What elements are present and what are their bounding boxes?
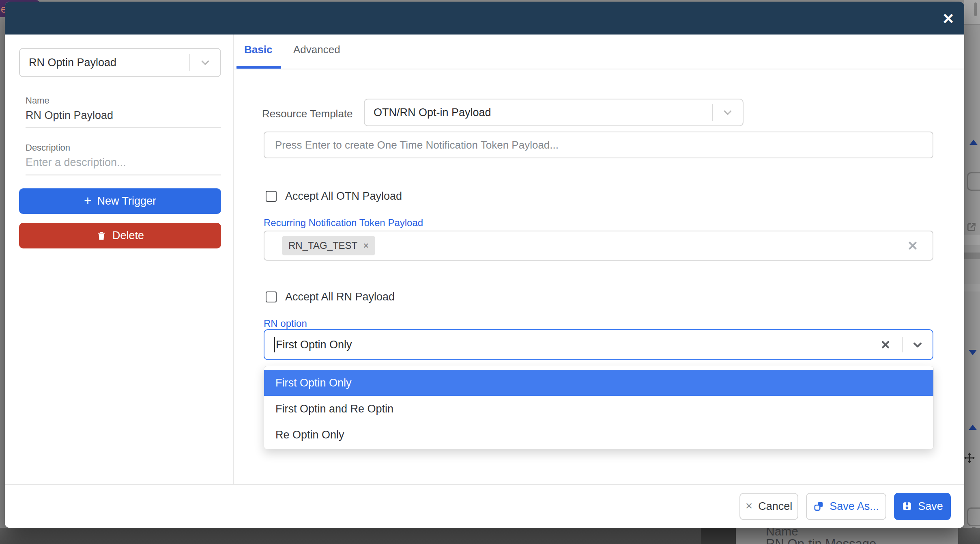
background-scrollbar — [974, 2, 977, 16]
trash-icon — [96, 231, 107, 241]
tabs-divider — [234, 69, 964, 69]
resource-template-select[interactable]: OTN/RN Opt-in Payload — [364, 99, 744, 126]
save-as-button[interactable]: Save As... — [806, 493, 886, 520]
sort-down-icon — [969, 350, 977, 355]
rn-option-dropdown: First Optin Only First Optin and Re Opti… — [264, 366, 934, 449]
name-field[interactable]: RN Optin Payload — [26, 109, 221, 128]
tag-chip: RN_TAG_TEST × — [282, 236, 375, 255]
trigger-picker-value: RN Optin Payload — [29, 56, 189, 69]
new-trigger-label: New Trigger — [97, 195, 157, 207]
background-band — [964, 253, 980, 259]
name-label: Name — [26, 95, 49, 106]
delete-label: Delete — [112, 229, 144, 242]
chip-remove-icon[interactable]: × — [363, 241, 369, 250]
modal-header: × — [5, 2, 964, 35]
tag-chip-label: RN_TAG_TEST — [288, 240, 357, 251]
tab-advanced[interactable]: Advanced — [293, 43, 340, 56]
resource-template-label: Resource Template — [262, 108, 353, 120]
main-panel: Basic Advanced Resource Template OTN/RN … — [234, 35, 964, 484]
recurring-token-label: Recurring Notification Token Payload — [264, 217, 423, 229]
cancel-label: Cancel — [758, 500, 792, 513]
save-label: Save — [918, 500, 943, 513]
accept-all-otn-checkbox[interactable] — [266, 191, 277, 202]
rn-option-label: RN option — [264, 318, 307, 329]
text-cursor — [274, 337, 275, 352]
background-band — [964, 284, 980, 291]
recurring-token-tag-field[interactable]: RN_TAG_TEST × — [264, 231, 933, 261]
description-field[interactable]: Enter a description... — [26, 156, 221, 175]
move-cursor-icon — [963, 451, 976, 464]
modal-body: RN Optin Payload Name RN Optin Payload D… — [5, 35, 964, 484]
external-link-icon — [966, 222, 977, 232]
chevron-down-icon — [190, 57, 220, 68]
sidebar: RN Optin Payload Name RN Optin Payload D… — [5, 35, 234, 484]
background-card-corner — [967, 507, 980, 526]
resource-template-value: OTN/RN Opt-in Payload — [374, 106, 712, 119]
accept-all-otn-row: Accept All OTN Payload — [266, 190, 402, 203]
plus-icon: + — [84, 193, 92, 208]
save-icon — [902, 501, 912, 512]
clear-select-icon[interactable] — [880, 339, 891, 350]
background-block — [701, 528, 736, 544]
sort-up-icon — [969, 140, 978, 145]
select-divider — [902, 337, 903, 352]
background-name-value: RN Op-tin Message — [766, 537, 876, 544]
delete-button[interactable]: Delete — [19, 223, 221, 248]
tab-basic[interactable]: Basic — [244, 43, 272, 56]
modal-footer: × Cancel Save As... Save — [5, 484, 964, 528]
trigger-picker-select[interactable]: RN Optin Payload — [19, 48, 221, 77]
otn-payload-input[interactable]: Press Enter to create One Time Notificat… — [264, 132, 933, 158]
background-right-panel-top — [964, 0, 980, 25]
accept-all-rn-checkbox[interactable] — [266, 291, 277, 302]
save-button[interactable]: Save — [894, 493, 951, 520]
copy-icon — [813, 501, 824, 512]
background-band — [964, 235, 980, 245]
rn-option-select[interactable]: First Optin Only — [264, 329, 933, 360]
trigger-editor-modal: × RN Optin Payload Name RN Optin Payload… — [5, 2, 964, 528]
close-icon: × — [746, 500, 753, 512]
option-first-optin-and-re-optin[interactable]: First Optin and Re Optin — [264, 396, 933, 422]
clear-field-icon[interactable] — [907, 240, 919, 252]
save-as-label: Save As... — [830, 500, 879, 513]
background-card-corner — [967, 172, 980, 191]
close-icon[interactable]: × — [943, 9, 954, 28]
new-trigger-button[interactable]: + New Trigger — [19, 188, 221, 214]
accept-all-rn-row: Accept All RN Payload — [266, 291, 395, 303]
cancel-button[interactable]: × Cancel — [739, 493, 798, 520]
accept-all-rn-label: Accept All RN Payload — [285, 291, 395, 303]
accept-all-otn-label: Accept All OTN Payload — [285, 190, 402, 203]
option-first-optin-only[interactable]: First Optin Only — [264, 370, 933, 396]
description-label: Description — [26, 142, 70, 153]
option-re-optin-only[interactable]: Re Optin Only — [264, 422, 933, 448]
sort-up-icon — [969, 425, 977, 430]
rn-option-value: First Optin Only — [276, 339, 880, 351]
chevron-down-icon — [713, 107, 743, 118]
chevron-down-icon[interactable] — [911, 339, 924, 351]
